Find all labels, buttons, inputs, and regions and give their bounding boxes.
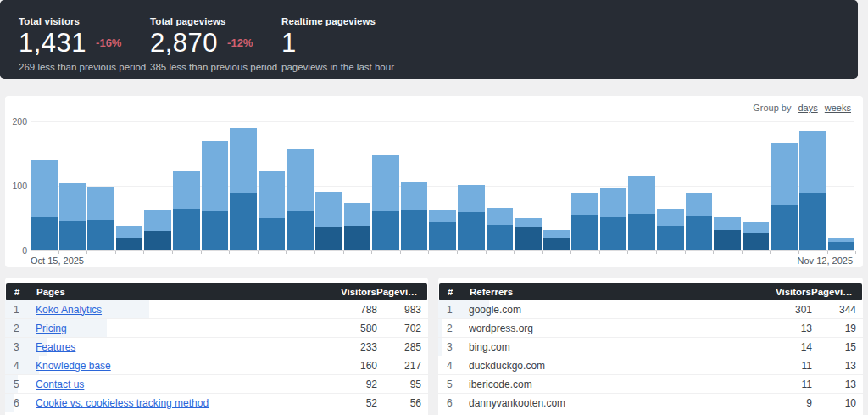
row-rank: 1 bbox=[5, 304, 36, 316]
row-visitors: 92 bbox=[318, 379, 377, 390]
chart-bar bbox=[714, 217, 741, 251]
row-name: Knowledge base bbox=[36, 360, 318, 372]
pages-table-body: 1Koko Analytics7889832Pricing5807023Feat… bbox=[5, 300, 428, 412]
row-pageviews: 344 bbox=[812, 304, 856, 316]
page-link[interactable]: Contact us bbox=[36, 379, 84, 390]
x-axis-start-date: Oct 15, 2025 bbox=[31, 255, 84, 266]
chart-bar bbox=[429, 210, 456, 250]
referrers-table-card: # Referrers Visitors Pageviews 1google.c… bbox=[438, 278, 863, 415]
referrers-table-header: # Referrers Visitors Pageviews bbox=[439, 283, 862, 300]
row-pageviews: 56 bbox=[377, 397, 421, 409]
row-visitors: 52 bbox=[318, 397, 377, 409]
referrer-name: duckduckgo.com bbox=[469, 360, 545, 372]
header-pages: Pages bbox=[36, 287, 317, 297]
row-pageviews: 217 bbox=[377, 360, 421, 372]
y-axis-tick-0: 0 bbox=[7, 245, 27, 255]
header-pageviews: Pageviews bbox=[811, 287, 855, 297]
chart-bar bbox=[743, 222, 770, 250]
row-visitors: 580 bbox=[318, 322, 377, 334]
page-link[interactable]: Koko Analytics bbox=[36, 304, 102, 316]
row-visitors: 233 bbox=[318, 341, 377, 353]
row-rank: 2 bbox=[438, 322, 469, 334]
group-by-label: Group by bbox=[753, 103, 791, 113]
table-row: 3Features233285 bbox=[5, 338, 428, 356]
row-name: ibericode.com bbox=[469, 379, 753, 390]
row-rank: 5 bbox=[5, 379, 36, 390]
row-visitors: 14 bbox=[753, 341, 812, 353]
chart-group-by: Group by days weeks bbox=[753, 103, 851, 113]
chart-bar bbox=[657, 209, 684, 250]
table-row: 4Knowledge base160217 bbox=[5, 356, 428, 375]
y-axis-tick-100: 100 bbox=[7, 181, 27, 191]
chart-bar bbox=[686, 193, 713, 250]
table-row: 4duckduckgo.com1113 bbox=[438, 356, 863, 375]
chart-bar bbox=[571, 193, 598, 250]
page-link[interactable]: Cookie vs. cookieless tracking method bbox=[36, 397, 209, 409]
stat-label: Realtime pageviews bbox=[281, 16, 413, 26]
bar-chart-plot-area bbox=[31, 121, 854, 250]
group-by-weeks-link[interactable]: weeks bbox=[825, 103, 851, 113]
stat-subtext: 385 less than previous period bbox=[150, 62, 281, 72]
row-visitors: 301 bbox=[753, 304, 812, 316]
stat-label: Total pageviews bbox=[150, 16, 281, 26]
pages-table-card: # Pages Visitors Pageviews 1Koko Analyti… bbox=[5, 278, 428, 415]
chart-bar bbox=[59, 183, 86, 250]
stat-subtext: pageviews in the last hour bbox=[281, 62, 413, 72]
stat-value: 1 bbox=[281, 28, 297, 59]
table-row: 3bing.com1415 bbox=[438, 338, 863, 356]
row-visitors: 13 bbox=[753, 322, 812, 334]
row-rank: 3 bbox=[5, 341, 36, 353]
stat-change-badge: -16% bbox=[96, 36, 121, 49]
row-name: Koko Analytics bbox=[36, 304, 318, 316]
pages-table-header: # Pages Visitors Pageviews bbox=[6, 283, 427, 300]
row-rank: 1 bbox=[438, 304, 469, 316]
row-visitors: 11 bbox=[753, 360, 812, 372]
chart-bar bbox=[628, 176, 655, 250]
referrer-name: ibericode.com bbox=[469, 379, 532, 390]
chart-bar bbox=[487, 208, 514, 250]
row-rank: 3 bbox=[438, 341, 469, 353]
chart-bar bbox=[344, 203, 371, 250]
chart-bar bbox=[799, 131, 826, 250]
stat-value: 1,431 bbox=[19, 28, 86, 59]
row-name: Pricing bbox=[36, 322, 318, 334]
stat-total-visitors: Total visitors 1,431 -16% 269 less than … bbox=[19, 16, 150, 79]
bar-series-container bbox=[31, 121, 854, 250]
table-row: 2Pricing580702 bbox=[5, 319, 428, 338]
row-visitors: 160 bbox=[318, 360, 377, 372]
page-link[interactable]: Pricing bbox=[36, 322, 67, 334]
row-rank: 5 bbox=[438, 379, 469, 390]
summary-stats-card: Total visitors 1,431 -16% 269 less than … bbox=[0, 0, 858, 79]
row-rank: 4 bbox=[438, 360, 469, 372]
stat-subtext: 269 less than previous period bbox=[19, 62, 150, 72]
chart-bar bbox=[828, 238, 855, 250]
header-referrers: Referrers bbox=[470, 287, 752, 297]
stat-realtime-pageviews: Realtime pageviews 1 pageviews in the la… bbox=[281, 16, 413, 79]
row-pageviews: 15 bbox=[812, 341, 856, 353]
chart-bar bbox=[116, 226, 143, 250]
header-rank: # bbox=[439, 287, 470, 297]
row-pageviews: 702 bbox=[377, 322, 421, 334]
row-pageviews: 19 bbox=[812, 322, 856, 334]
x-axis-line bbox=[31, 250, 854, 251]
header-rank: # bbox=[6, 287, 36, 297]
table-row: 6dannyvankooten.com910 bbox=[438, 394, 863, 412]
row-visitors: 788 bbox=[318, 304, 377, 316]
chart-bar bbox=[515, 218, 542, 250]
referrer-name: bing.com bbox=[469, 341, 510, 353]
referrer-name: dannyvankooten.com bbox=[469, 397, 565, 409]
table-row: 6Cookie vs. cookieless tracking method52… bbox=[5, 394, 428, 412]
chart-bar bbox=[202, 141, 229, 250]
chart-bar bbox=[87, 187, 114, 250]
row-pageviews: 285 bbox=[377, 341, 421, 353]
row-name: wordpress.org bbox=[469, 322, 753, 334]
page-link[interactable]: Features bbox=[36, 341, 75, 353]
row-visitors: 9 bbox=[753, 397, 812, 409]
row-pageviews: 13 bbox=[812, 360, 856, 372]
referrers-table-body: 1google.com3013442wordpress.org13193bing… bbox=[438, 300, 863, 412]
page-link[interactable]: Knowledge base bbox=[36, 360, 111, 372]
group-by-days-link[interactable]: days bbox=[798, 103, 818, 113]
traffic-chart-card: Group by days weeks 200 100 0 Oct 15, 20… bbox=[5, 96, 863, 267]
y-axis-tick-200: 200 bbox=[7, 116, 27, 126]
chart-bar bbox=[458, 185, 485, 251]
